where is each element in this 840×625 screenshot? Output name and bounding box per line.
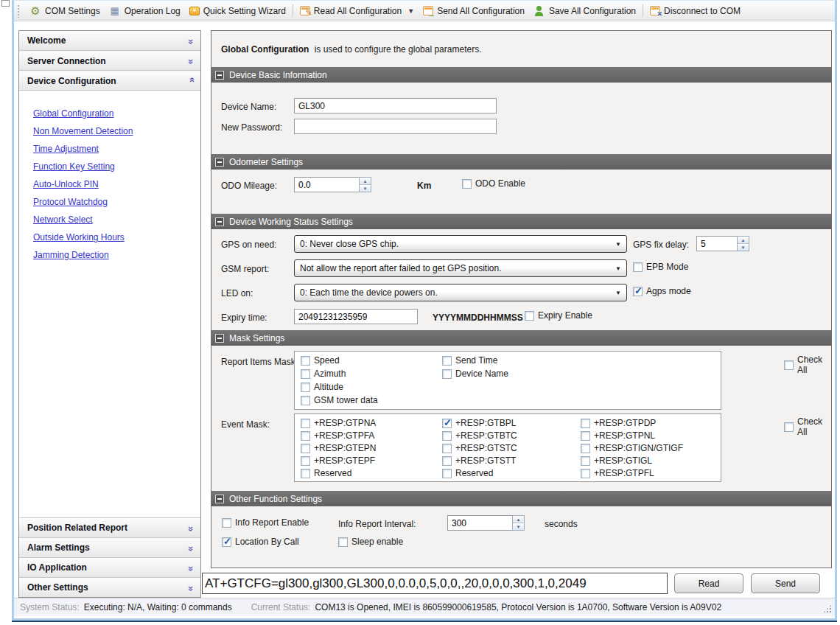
report-item-checkbox[interactable]: Altitude [301, 382, 343, 392]
gsm-report-select[interactable]: Not allow the report after failed to get… [294, 259, 627, 277]
agps-mode-checkbox[interactable]: Agps mode [633, 286, 691, 296]
event-item-checkbox[interactable]: +RESP:GTEPN [301, 443, 376, 453]
sidebar-item-other-settings[interactable]: Other Settings [19, 577, 200, 597]
expiry-time-input[interactable] [294, 309, 418, 324]
com-settings-button[interactable]: COM Settings [25, 2, 105, 20]
report-item-checkbox[interactable]: Device Name [442, 369, 508, 379]
sidebar-link-time-adjustment[interactable]: Time Adjustment [33, 140, 200, 158]
toolbar-grip[interactable] [17, 4, 21, 18]
operation-log-button[interactable]: Operation Log [105, 2, 185, 20]
sidebar-item-position-related-report[interactable]: Position Related Report [19, 517, 200, 537]
checkbox-icon[interactable] [442, 444, 452, 453]
device-name-input[interactable] [294, 98, 497, 114]
checkbox-icon[interactable] [222, 518, 231, 528]
checkbox-icon[interactable] [581, 419, 590, 428]
sidebar-item-io-application[interactable]: IO Application [19, 557, 200, 577]
event-item-checkbox[interactable]: +RESP:GTSTC [442, 443, 517, 453]
info-report-enable-checkbox[interactable]: Info Report Enable [222, 517, 309, 528]
dropdown-caret-icon[interactable]: ▼ [407, 7, 414, 15]
odo-mileage-input[interactable] [294, 177, 359, 192]
report-item-checkbox[interactable]: GSM tower data [301, 395, 378, 405]
event-item-checkbox[interactable]: +RESP:GTPNA [301, 418, 376, 428]
read-button[interactable]: Read [674, 573, 743, 593]
sidebar-link-jamming-detection[interactable]: Jamming Detection [33, 246, 200, 264]
checkbox-icon[interactable] [581, 456, 590, 466]
section-header-device-basic-information[interactable]: Device Basic Information [211, 67, 831, 83]
collapse-icon[interactable] [215, 158, 224, 167]
collapse-icon[interactable] [215, 495, 224, 503]
checkbox-icon[interactable] [301, 419, 310, 428]
event-item-checkbox[interactable]: +RESP:GTPNL [581, 430, 655, 441]
collapse-icon[interactable] [215, 217, 224, 226]
event-item-checkbox[interactable]: +RESP:GTBPL [442, 418, 516, 428]
epb-mode-checkbox[interactable]: EPB Mode [633, 262, 688, 272]
stepper-down-icon[interactable]: ▼ [360, 185, 371, 192]
gps-on-need-select[interactable]: 0: Never close GPS chip. [294, 235, 627, 253]
sidebar-link-global-configuration[interactable]: Global Configuration [33, 105, 200, 122]
event-item-checkbox[interactable]: +RESP:GTBTC [442, 430, 517, 441]
resize-grip[interactable] [823, 604, 832, 613]
checkbox-icon[interactable] [301, 444, 310, 453]
info-report-interval-stepper[interactable]: ▲▼ [447, 515, 525, 531]
section-header-odometer-settings[interactable]: Odometer Settings [211, 154, 831, 170]
checkbox-icon[interactable] [442, 431, 452, 441]
send-all-configuration-button[interactable]: Send All Configuration [419, 2, 529, 20]
event-item-checkbox[interactable]: +RESP:GTIGN/GTIGF [581, 443, 683, 453]
gps-fix-delay-input[interactable] [696, 236, 737, 251]
save-all-configuration-button[interactable]: Save All Configuration [529, 2, 640, 20]
sidebar-item-welcome[interactable]: Welcome [19, 31, 200, 51]
event-item-checkbox[interactable]: +RESP:GTSTT [442, 455, 516, 466]
checkbox-icon[interactable] [442, 356, 452, 366]
report-item-checkbox[interactable]: Speed [301, 355, 340, 366]
checkbox-icon[interactable] [581, 444, 590, 453]
checkbox-icon[interactable] [301, 469, 310, 478]
sidebar-link-network-select[interactable]: Network Select [33, 211, 200, 228]
sidebar-link-function-key-setting[interactable]: Function Key Setting [33, 158, 200, 175]
checkbox-checked-icon[interactable] [442, 419, 452, 428]
read-all-configuration-button[interactable]: Read All Configuration ▼ [295, 2, 419, 20]
event-item-checkbox[interactable]: +RESP:GTPDP [581, 418, 656, 428]
sidebar-link-outside-working-hours[interactable]: Outside Working Hours [33, 228, 200, 246]
event-item-checkbox[interactable]: +RESP:GTIGL [581, 455, 652, 466]
sidebar-link-auto-unlock-pin[interactable]: Auto-Unlock PIN [33, 175, 200, 193]
checkbox-icon[interactable] [462, 179, 472, 189]
checkbox-icon[interactable] [633, 262, 643, 272]
report-check-all-checkbox[interactable]: Check All [784, 355, 831, 375]
info-report-interval-input[interactable] [447, 515, 512, 531]
event-item-checkbox[interactable]: +RESP:GTEPF [301, 455, 375, 466]
checkbox-icon[interactable] [581, 469, 590, 478]
stepper-buttons[interactable]: ▲▼ [737, 236, 749, 251]
collapse-icon[interactable] [215, 71, 224, 80]
sidebar-link-non-movement-detection[interactable]: Non Movement Detection [33, 122, 200, 140]
sleep-enable-checkbox[interactable]: Sleep enable [338, 537, 403, 547]
checkbox-icon[interactable] [301, 456, 310, 466]
sidebar-link-protocol-watchdog[interactable]: Protocol Watchdog [33, 193, 200, 211]
checkbox-icon[interactable] [442, 469, 452, 478]
stepper-up-icon[interactable]: ▲ [360, 178, 371, 185]
checkbox-icon[interactable] [581, 431, 590, 441]
section-header-mask-settings[interactable]: Mask Settings [211, 330, 831, 346]
event-item-checkbox[interactable]: +RESP:GTPFL [581, 468, 654, 478]
expiry-enable-checkbox[interactable]: Expiry Enable [525, 310, 592, 321]
report-item-checkbox[interactable]: Send Time [442, 355, 497, 366]
odo-enable-checkbox[interactable]: ODO Enable [462, 178, 525, 189]
stepper-up-icon[interactable]: ▲ [738, 237, 749, 244]
section-header-other-function-settings[interactable]: Other Function Settings [211, 491, 831, 506]
event-item-checkbox[interactable]: Reserved [301, 468, 351, 478]
checkbox-icon[interactable] [301, 383, 310, 392]
checkbox-icon[interactable] [442, 369, 452, 379]
checkbox-icon[interactable] [301, 356, 310, 366]
stepper-down-icon[interactable]: ▼ [738, 244, 749, 251]
report-item-checkbox[interactable]: Azimuth [301, 369, 346, 379]
disconnect-to-com-button[interactable]: Disconnect to COM [645, 2, 745, 20]
section-header-device-working-status[interactable]: Device Working Status Settings [211, 214, 831, 229]
gps-fix-delay-stepper[interactable]: ▲▼ [696, 236, 749, 251]
quick-setting-wizard-button[interactable]: Quick Setting Wizard [185, 2, 290, 20]
location-by-call-checkbox[interactable]: Location By Call [222, 537, 299, 547]
checkbox-checked-icon[interactable] [222, 537, 231, 547]
send-button[interactable]: Send [751, 573, 820, 593]
sidebar-item-server-connection[interactable]: Server Connection [19, 51, 200, 71]
stepper-up-icon[interactable]: ▲ [513, 516, 524, 523]
collapse-icon[interactable] [215, 334, 224, 343]
checkbox-icon[interactable] [784, 422, 794, 432]
